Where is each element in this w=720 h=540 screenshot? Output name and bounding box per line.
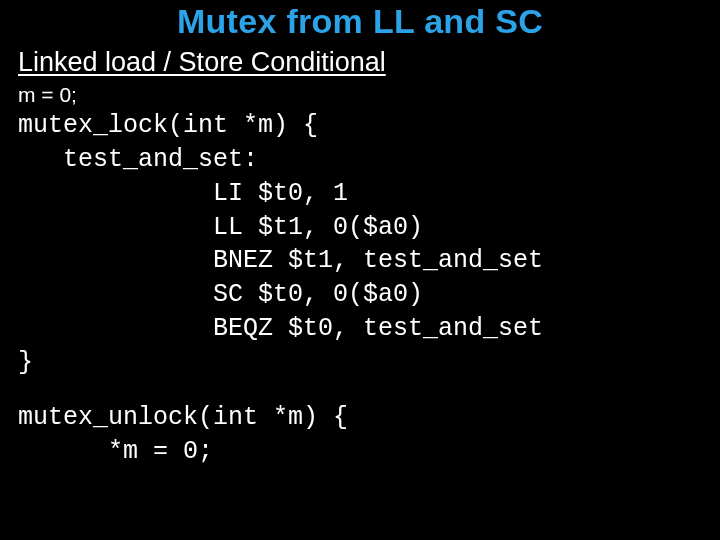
unlock-body: *m = 0;	[0, 435, 720, 469]
unlock-signature: mutex_unlock(int *m) {	[0, 401, 720, 435]
mutex-unlock-block: mutex_unlock(int *m) { *m = 0;	[0, 379, 720, 469]
lock-signature: mutex_lock(int *m) {	[0, 109, 720, 143]
lock-label: test_and_set:	[0, 143, 720, 177]
slide: Mutex from LL and SC Linked load / Store…	[0, 0, 720, 540]
mutex-lock-block: mutex_lock(int *m) { test_and_set: LI $t…	[0, 108, 720, 379]
init-line: m = 0;	[0, 82, 720, 108]
lock-instr-ll: LL $t1, 0($a0)	[0, 211, 720, 245]
slide-subtitle: Linked load / Store Conditional	[0, 41, 720, 82]
lock-instr-bnez: BNEZ $t1, test_and_set	[0, 244, 720, 278]
lock-close: }	[0, 346, 720, 380]
lock-instr-sc: SC $t0, 0($a0)	[0, 278, 720, 312]
slide-title: Mutex from LL and SC	[0, 0, 720, 41]
lock-instr-li: LI $t0, 1	[0, 177, 720, 211]
lock-instr-beqz: BEQZ $t0, test_and_set	[0, 312, 720, 346]
